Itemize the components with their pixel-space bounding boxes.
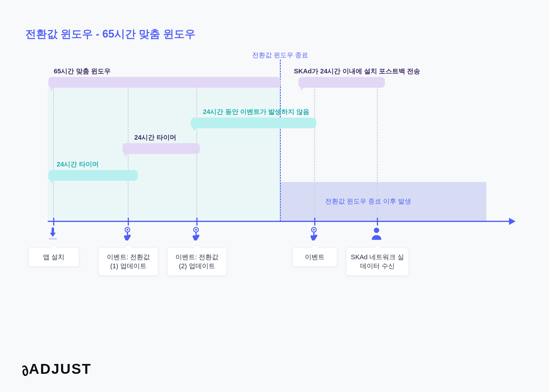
tap-icon xyxy=(190,227,204,242)
brand-logo: ∂ADJUST xyxy=(21,361,92,377)
guide-event3 xyxy=(314,84,315,221)
event-card: 이벤트: 전환값 (2) 업데이트 xyxy=(167,248,227,276)
event-cv1: 이벤트: 전환값 (1) 업데이트 xyxy=(98,227,158,276)
event-label: 이벤트: 전환값 (1) 업데이트 xyxy=(107,253,150,270)
bar-label-timer2: 24시간 타이머 xyxy=(134,133,176,142)
event-label: SKAd 네트워크 실 데이터 수신 xyxy=(351,253,404,270)
download-icon xyxy=(47,227,61,242)
tick-event2 xyxy=(196,218,198,226)
bar-label-noevent: 24시간 동안 이벤트가 발생하지 않음 xyxy=(203,107,309,116)
event-card: 이벤트: 전환값 (1) 업데이트 xyxy=(98,248,158,276)
window-end-label: 전환값 윈도우 종료 xyxy=(252,51,308,60)
bar-label-skad: SKAd가 24시간 이내에 설치 포스트백 전송 xyxy=(294,67,420,76)
event-label: 이벤트 xyxy=(305,253,325,261)
diagram-stage: 전환값 윈도우 종료 이후 발생 전환값 윈도우 종료 65시간 맞춤 윈도우 … xyxy=(0,45,549,343)
bar-label-65h: 65시간 맞춤 윈도우 xyxy=(54,67,111,76)
event-cv2: 이벤트: 전환값 (2) 업데이트 xyxy=(167,227,227,276)
tick-event3 xyxy=(314,218,315,226)
tick-install xyxy=(53,218,54,226)
event-skad-receive: SKAd 네트워크 실 데이터 수신 xyxy=(346,227,409,276)
bar-timer24-1 xyxy=(48,170,138,181)
tick-event1 xyxy=(128,218,129,226)
event-label: 앱 설치 xyxy=(43,253,64,261)
user-icon xyxy=(371,227,384,242)
diagram-title: 전환값 윈도우 - 65시간 맞춤 윈도우 xyxy=(25,27,195,41)
after-window-label: 전환값 윈도우 종료 이후 발생 xyxy=(325,197,411,206)
svg-rect-0 xyxy=(49,238,57,240)
bar-label-timer1: 24시간 타이머 xyxy=(57,160,99,169)
tap-icon xyxy=(121,227,135,242)
timeline-axis xyxy=(48,221,510,222)
event-card: 앱 설치 xyxy=(28,248,79,267)
brand-text: ADJUST xyxy=(29,361,92,377)
bar-no-event-24h xyxy=(191,118,316,128)
svg-point-7 xyxy=(374,228,379,233)
bar-skad-postback xyxy=(298,77,385,88)
svg-point-4 xyxy=(195,229,197,231)
tick-skad xyxy=(377,218,378,226)
svg-point-2 xyxy=(127,229,128,231)
event-card: 이벤트 xyxy=(292,248,337,267)
guide-install xyxy=(53,84,54,221)
event-card: SKAd 네트워크 실 데이터 수신 xyxy=(346,248,409,276)
bar-timer24-2 xyxy=(122,143,200,154)
event-label: 이벤트: 전환값 (2) 업데이트 xyxy=(175,253,218,270)
event-after: 이벤트 xyxy=(292,227,337,267)
svg-point-6 xyxy=(313,229,315,231)
event-install: 앱 설치 xyxy=(28,227,79,267)
tap-icon xyxy=(308,227,322,242)
guide-skad xyxy=(377,84,378,221)
bar-65h-window xyxy=(48,77,280,88)
